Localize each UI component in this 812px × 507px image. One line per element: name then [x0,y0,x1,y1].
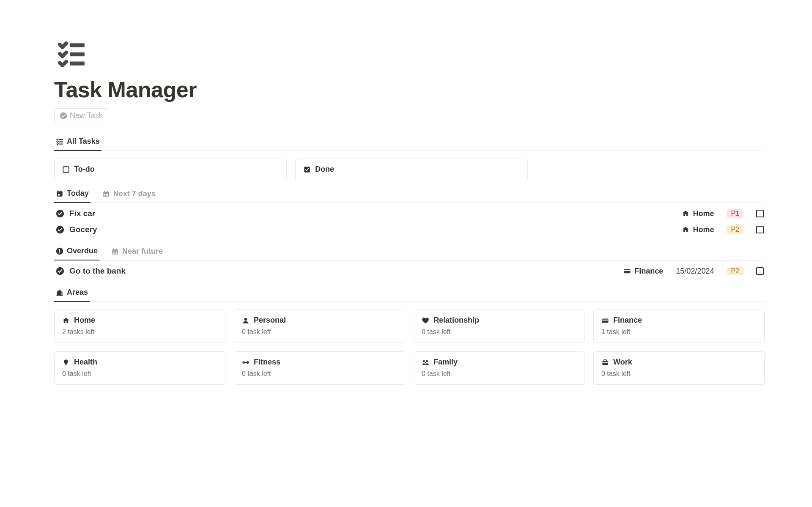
task-area-tag[interactable]: Home [682,225,714,234]
task-name: Fix car [69,209,95,218]
tab-all-tasks-label: All Tasks [67,137,100,146]
card-done[interactable]: Done [295,159,528,180]
tabs-due: Overdue Near future [54,244,765,260]
task-row[interactable]: Go to the bank Finance 15/02/2024 P2 [54,263,765,279]
area-card[interactable]: Finance 1 task left [593,310,765,343]
checkcircle-icon [56,225,64,234]
areas-grid: Home 2 tasks left Personal 0 task left R… [54,310,765,385]
area-name: Finance [613,316,642,325]
priority-badge: P2 [727,267,743,275]
area-card[interactable]: Fitness 0 task left [234,351,405,385]
home-icon [682,226,689,233]
finance-icon [623,267,631,275]
area-card[interactable]: Work 0 task left [593,351,765,385]
checkcircle-icon [60,112,67,120]
task-row[interactable]: Fix car Home P1 [54,206,765,222]
area-card[interactable]: Relationship 0 task left [414,310,585,343]
tabs-time: Today Next 7 days [54,186,765,203]
family-icon [422,359,429,366]
calendar-week-icon [111,248,119,255]
card-todo[interactable]: To-do [54,159,287,180]
area-subtext: 0 task left [601,370,757,378]
area-name: Family [433,358,458,367]
card-done-label: Done [315,165,334,174]
tab-today[interactable]: Today [54,186,91,203]
fitness-icon [242,359,250,366]
tab-near-future-label: Near future [122,247,163,256]
tab-next-7-days[interactable]: Next 7 days [101,187,157,203]
task-checkbox[interactable] [756,210,764,217]
status-cards: To-do Done [54,159,765,180]
tab-today-label: Today [67,189,89,198]
priority-badge: P1 [727,209,743,218]
area-card[interactable]: Health 0 task left [54,351,225,385]
area-subtext: 0 task left [242,370,397,378]
task-checkbox[interactable] [756,226,764,233]
priority-badge: P2 [727,225,743,234]
task-name: Gocery [69,225,97,234]
today-task-list: Fix car Home P1 Gocery Home P2 [54,206,765,238]
calendar-week-icon [102,190,110,198]
heart-icon [422,317,429,324]
checkcircle-icon [56,267,64,275]
area-name: Home [74,316,95,325]
new-task-button[interactable]: New Task [54,108,108,123]
home-icon [62,317,70,324]
area-subtext: 0 task left [422,370,577,378]
alert-icon [56,247,63,255]
home-icon [682,210,689,217]
area-card[interactable]: Personal 0 task left [234,310,405,343]
area-name: Personal [254,316,286,325]
task-area-tag[interactable]: Home [682,209,714,218]
building-icon [56,289,63,296]
area-card[interactable]: Home 2 tasks left [54,310,225,343]
task-name: Go to the bank [69,266,126,276]
tabs-areas: Areas [54,285,765,302]
area-name: Fitness [254,358,280,367]
task-row[interactable]: Gocery Home P2 [54,222,765,238]
tab-areas-label: Areas [67,288,88,297]
area-subtext: 0 task left [422,328,577,336]
area-subtext: 2 tasks left [62,328,217,336]
work-icon [601,359,609,366]
new-task-label: New Task [70,111,103,120]
task-date: 15/02/2024 [676,267,714,276]
tab-overdue[interactable]: Overdue [54,244,99,260]
page-logo-icon [54,38,765,69]
area-subtext: 0 task left [62,370,217,378]
health-icon [62,359,70,366]
tab-all-tasks[interactable]: All Tasks [54,134,102,151]
square-check-icon [303,166,311,173]
checklist-icon [56,138,63,145]
tabs-all-tasks: All Tasks [54,134,765,151]
finance-icon [601,317,609,324]
tab-areas[interactable]: Areas [54,285,90,302]
task-area-label: Home [693,225,714,234]
area-name: Health [74,358,97,367]
square-icon [62,166,70,173]
tab-next7-label: Next 7 days [113,189,156,198]
task-area-label: Home [693,209,714,218]
task-checkbox[interactable] [756,267,764,275]
card-todo-label: To-do [74,165,95,174]
tab-overdue-label: Overdue [67,247,98,255]
area-name: Relationship [433,316,479,325]
task-area-label: Finance [634,267,663,276]
person-icon [242,317,250,324]
area-subtext: 1 task left [601,328,757,336]
checkcircle-icon [56,209,64,218]
overdue-task-list: Go to the bank Finance 15/02/2024 P2 [54,263,765,279]
calendar-day-icon [56,190,63,197]
area-name: Work [613,358,632,367]
area-subtext: 0 task left [242,328,397,336]
area-card[interactable]: Family 0 task left [414,351,585,385]
tab-near-future[interactable]: Near future [110,244,165,260]
page-title: Task Manager [54,77,765,102]
task-area-tag[interactable]: Finance [623,267,663,276]
